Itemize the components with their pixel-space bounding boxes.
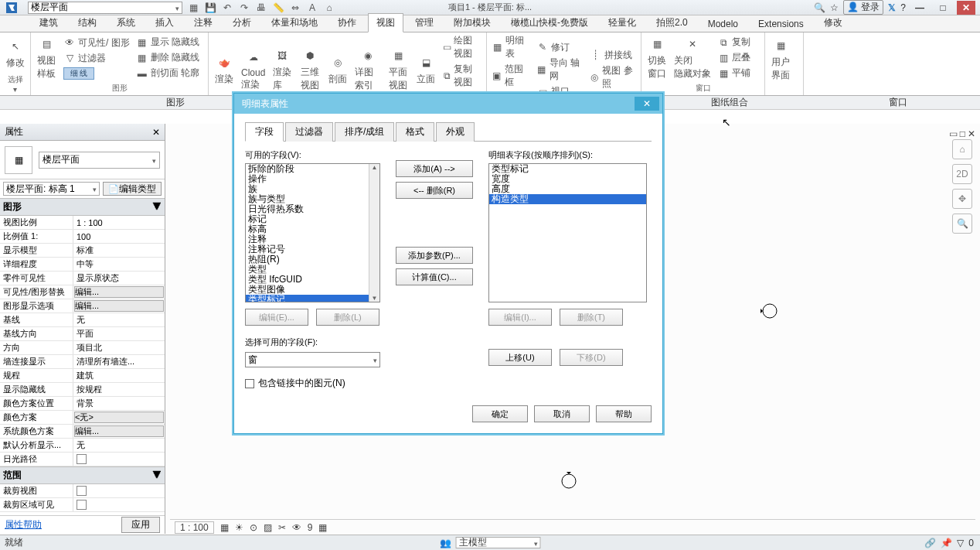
property-row[interactable]: 基线无 xyxy=(0,313,165,327)
view-template-button[interactable]: ▤视图 样板 xyxy=(36,35,57,80)
delete-field-button[interactable]: 删除(L) xyxy=(316,309,379,326)
property-row[interactable]: 日光路径 xyxy=(0,453,165,466)
filter-icon[interactable]: ▽ xyxy=(957,538,964,548)
available-field-item[interactable]: 注释 xyxy=(246,234,379,244)
available-fields-list[interactable]: 拆除的阶段操作族族与类型日光得热系数标记标高注释注释记号热阻(R)类型类型 If… xyxy=(245,163,380,302)
render-button[interactable]: 🫖渲染 xyxy=(213,53,235,86)
duplicate-view-button[interactable]: ⧉复制 视图 xyxy=(443,63,481,89)
scheduled-field-item[interactable]: 构造类型 xyxy=(489,194,646,204)
visibility-graphics-button[interactable]: 👁可见性/ 图形 xyxy=(63,36,130,50)
property-row[interactable]: 图形显示选项编辑... xyxy=(0,299,165,313)
filters-button[interactable]: ▽过滤器 xyxy=(63,52,130,65)
property-row[interactable]: 基线方向平面 xyxy=(0,327,165,341)
section-button[interactable]: ◎剖面 xyxy=(327,53,349,86)
cascade-button[interactable]: ▥层叠 xyxy=(717,51,750,64)
schedules-button[interactable]: ▦明细表 xyxy=(492,34,530,60)
property-row[interactable]: 默认分析显示...无 xyxy=(0,439,165,453)
available-field-item[interactable]: 拆除的阶段 xyxy=(246,164,379,174)
shadows-icon[interactable]: ▨ xyxy=(264,522,272,533)
apply-button[interactable]: 应用 xyxy=(121,517,160,533)
open-icon[interactable]: ▦ xyxy=(187,2,199,14)
render-gallery-button[interactable]: 🖼渲染 库 xyxy=(271,46,293,92)
drafting-view-button[interactable]: ▭绘图 视图 xyxy=(443,34,481,60)
revisions-button[interactable]: ✎修订 xyxy=(536,41,583,54)
tile-button[interactable]: ▦平铺 xyxy=(717,67,750,80)
dim-icon[interactable]: ⇔ xyxy=(289,2,301,14)
minimize-button[interactable]: — xyxy=(910,1,929,15)
property-row[interactable]: 裁剪区域可见 xyxy=(0,498,165,512)
ribbon-tab-Modelo[interactable]: Modelo xyxy=(699,15,747,32)
hide-isolate-icon[interactable]: 👁 xyxy=(292,522,301,533)
reveal-icon[interactable]: ▦ xyxy=(318,522,327,533)
property-row[interactable]: 可见性/图形替换编辑... xyxy=(0,285,165,299)
doc-restore[interactable]: □ xyxy=(960,128,965,139)
property-row[interactable]: 详细程度中等 xyxy=(0,258,165,272)
ribbon-tab-协作[interactable]: 协作 xyxy=(329,13,365,32)
ribbon-tab-轻量化[interactable]: 轻量化 xyxy=(600,13,645,32)
ribbon-tab-分析[interactable]: 分析 xyxy=(224,13,260,32)
scrollbar[interactable] xyxy=(369,164,379,302)
calculated-value-button[interactable]: 计算值(C)... xyxy=(396,268,473,285)
exchange-icon[interactable]: 𝕏 xyxy=(888,2,896,13)
ribbon-tab-修改[interactable]: 修改 xyxy=(815,13,851,32)
text-icon[interactable]: A xyxy=(306,2,318,14)
ribbon-tab-拍照2.0[interactable]: 拍照2.0 xyxy=(648,13,696,32)
dialog-tab-排序/成组[interactable]: 排序/成组 xyxy=(335,122,394,142)
available-field-item[interactable]: 标高 xyxy=(246,224,379,234)
help-icon[interactable]: ? xyxy=(900,2,906,13)
crop-icon[interactable]: ✂ xyxy=(278,522,286,533)
elevation-marker-east[interactable] xyxy=(761,302,779,320)
edit-type-button[interactable]: 📄 编辑类型 xyxy=(103,182,162,196)
select-pinned-icon[interactable]: 📌 xyxy=(941,538,952,548)
ribbon-tab-橄榄山快模-免费版[interactable]: 橄榄山快模-免费版 xyxy=(502,13,597,32)
properties-grid[interactable]: 图形⯆视图比例1 : 100比例值 1:100显示模型标准详细程度中等零件可见性… xyxy=(0,198,165,515)
undo-icon[interactable]: ↶ xyxy=(221,2,233,14)
property-row[interactable]: 显示隐藏线按规程 xyxy=(0,383,165,397)
login-button[interactable]: 👤 登录 xyxy=(843,0,883,15)
close-hidden-button[interactable]: ✕关闭 隐藏对象 xyxy=(674,35,711,80)
ribbon-tab-附加模块[interactable]: 附加模块 xyxy=(445,13,499,32)
scheduled-field-item[interactable]: 类型标记 xyxy=(489,164,646,174)
available-field-item[interactable]: 日光得热系数 xyxy=(246,204,379,214)
app-menu-button[interactable] xyxy=(0,0,23,15)
matchline-button[interactable]: ┊拼接线 xyxy=(590,49,636,62)
switch-windows-button[interactable]: ▦切换 窗口 xyxy=(646,35,668,80)
available-field-item[interactable]: 类型标记 xyxy=(246,295,379,302)
ribbon-tab-结构[interactable]: 结构 xyxy=(70,13,105,32)
view-type-selector[interactable]: 楼层平面 xyxy=(28,2,182,14)
home-icon[interactable]: ⌂ xyxy=(952,139,972,159)
3d-view-button[interactable]: ⬢三维 视图 xyxy=(299,46,321,92)
guide-grid-button[interactable]: ▦导向 轴网 xyxy=(536,56,583,83)
ribbon-tab-系统[interactable]: 系统 xyxy=(108,13,144,32)
ribbon-tab-Extensions[interactable]: Extensions xyxy=(750,15,812,32)
sun-path-icon[interactable]: ⊙ xyxy=(250,522,257,533)
available-field-item[interactable]: 类型图像 xyxy=(246,285,379,295)
property-row[interactable]: 比例值 1:100 xyxy=(0,230,165,244)
thin-lines-toggle[interactable]: 细 线 xyxy=(63,67,94,80)
available-field-item[interactable]: 热阻(R) xyxy=(246,255,379,265)
property-row[interactable]: 规程建筑 xyxy=(0,369,165,383)
ribbon-tab-视图[interactable]: 视图 xyxy=(368,13,403,32)
save-icon[interactable]: 💾 xyxy=(204,2,216,14)
scope-box-button[interactable]: ▣范围 框 xyxy=(492,63,530,89)
dialog-tab-外观[interactable]: 外观 xyxy=(436,122,475,142)
print-icon[interactable]: 🖶 xyxy=(255,2,267,14)
cloud-render-button[interactable]: ☁Cloud 渲染 xyxy=(241,48,265,91)
cut-profile[interactable]: ▬剖切面 轮廓 xyxy=(136,67,199,80)
measure-icon[interactable]: 📏 xyxy=(272,2,284,14)
show-hidden-lines[interactable]: ▦显示 隐藏线 xyxy=(136,36,199,49)
category-selector[interactable]: 窗 xyxy=(245,352,380,367)
available-field-item[interactable]: 标记 xyxy=(246,214,379,224)
available-field-item[interactable]: 族与类型 xyxy=(246,194,379,204)
scheduled-field-item[interactable]: 宽度 xyxy=(489,174,646,184)
property-row[interactable]: 视图比例1 : 100 xyxy=(0,216,165,230)
plan-view-button[interactable]: ▦平面 视图 xyxy=(387,46,409,92)
ok-button[interactable]: 确定 xyxy=(472,405,528,422)
replicate-button[interactable]: ⧉复制 xyxy=(717,36,750,49)
delete-scheduled-button[interactable]: 删除(T) xyxy=(560,309,623,326)
favorite-icon[interactable]: ☆ xyxy=(830,2,839,13)
scale-selector[interactable]: 1 : 100 xyxy=(175,521,214,534)
property-row[interactable]: 显示模型标准 xyxy=(0,244,165,258)
remove-field-button[interactable]: <-- 删除(R) xyxy=(396,182,473,199)
callout-button[interactable]: ◉详图索引 xyxy=(355,46,381,92)
